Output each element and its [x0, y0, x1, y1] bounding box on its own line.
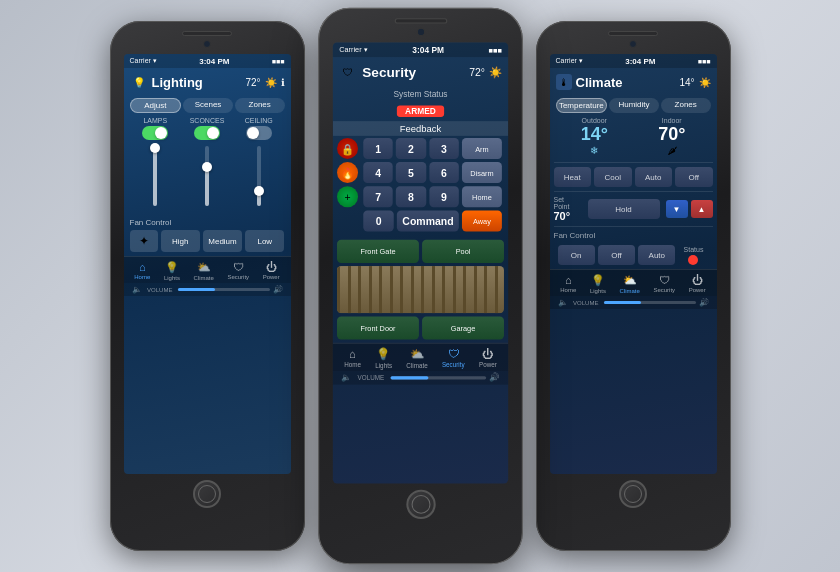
camera-feed[interactable]	[337, 266, 504, 313]
nav-climate-sec[interactable]: ⛅ Climate	[406, 348, 427, 369]
nav-security-clim[interactable]: 🛡 Security	[653, 274, 675, 294]
tab-adjust[interactable]: Adjust	[130, 98, 182, 113]
vol-track[interactable]	[178, 288, 270, 291]
lamps-slider[interactable]	[153, 146, 157, 206]
sconces-toggle[interactable]	[194, 126, 220, 140]
key-4[interactable]: 4	[363, 162, 393, 183]
fan-auto-btn[interactable]: Auto	[638, 245, 675, 265]
phone-lighting: Carrier ▾ 3:04 PM ■■■ 💡 Lighting 72° ☀️ …	[110, 21, 305, 551]
nav-power-sec[interactable]: ⏻ Power	[478, 348, 496, 369]
arm-button[interactable]: Arm	[461, 138, 501, 159]
ceiling-knob	[247, 127, 259, 139]
indoor-label: Indoor	[662, 117, 682, 124]
carrier: Carrier ▾	[339, 46, 368, 54]
nav-lights-clim[interactable]: 💡 Lights	[590, 274, 606, 294]
vol-down-icon[interactable]: 🔈	[132, 285, 142, 294]
tab-humidity[interactable]: Humidity	[609, 98, 659, 113]
lamps-toggle[interactable]	[142, 126, 168, 140]
fan-control-section: Fan Control ✦ High Medium Low	[124, 214, 291, 256]
vol-down-icon[interactable]: 🔈	[341, 373, 352, 382]
key-2[interactable]: 2	[396, 138, 426, 159]
sconces-slider[interactable]	[205, 146, 209, 206]
climate-label: Climate	[193, 275, 213, 281]
light-sconces: SCONCES	[181, 117, 233, 210]
status-bar-climate: Carrier ▾ 3:04 PM ■■■	[550, 54, 717, 68]
disarm-button[interactable]: Disarm	[461, 162, 501, 183]
nav-security-sec[interactable]: 🛡 Security	[441, 348, 464, 369]
climate-icon: ⛅	[197, 261, 211, 274]
vol-label: VOLUME	[354, 375, 386, 381]
home-button-security[interactable]	[405, 490, 434, 519]
off-btn[interactable]: Off	[675, 167, 713, 187]
nav-power[interactable]: ⏻ Power	[263, 261, 280, 281]
key-6[interactable]: 6	[429, 162, 459, 183]
feedback-label: Feedback	[332, 121, 507, 136]
weather-icon: ☀️	[699, 77, 711, 88]
security-app-icon: 🛡	[339, 62, 358, 81]
home-button-lighting[interactable]	[193, 480, 221, 508]
garage-btn[interactable]: Garage	[422, 316, 504, 339]
fan-medium-btn[interactable]: Medium	[203, 230, 242, 252]
status-bar: Carrier ▾ 3:04 PM ■■■	[124, 54, 291, 68]
key-8[interactable]: 8	[396, 186, 426, 207]
heat-btn[interactable]: Heat	[554, 167, 592, 187]
nav-lights[interactable]: 💡 Lights	[164, 261, 180, 281]
fan-off-btn[interactable]: Off	[598, 245, 635, 265]
pool-btn[interactable]: Front Door	[337, 316, 419, 339]
temp-up-btn[interactable]: ▲	[691, 200, 713, 218]
key-7[interactable]: 7	[363, 186, 393, 207]
key-command[interactable]: Command	[397, 210, 459, 231]
vol-up-icon[interactable]: 🔊	[489, 373, 500, 382]
home-button-climate[interactable]	[619, 480, 647, 508]
home-action-button[interactable]: Home	[461, 186, 501, 207]
tab-temperature[interactable]: Temperature	[556, 98, 608, 113]
vol-fill	[604, 301, 641, 304]
front-gate-btn[interactable]: Front Gate	[337, 240, 419, 263]
weather-icon: ☀️	[489, 66, 502, 78]
lights-grid: LAMPS SCONCES	[124, 113, 291, 212]
nav-climate-clim[interactable]: ⛅ Climate	[619, 274, 639, 294]
cool-btn[interactable]: Cool	[594, 167, 632, 187]
nav-climate[interactable]: ⛅ Climate	[193, 261, 213, 281]
nav-power-clim[interactable]: ⏻ Power	[689, 274, 706, 294]
away-button[interactable]: Away	[461, 210, 501, 231]
tab-zones[interactable]: Zones	[661, 98, 711, 113]
key-0[interactable]: 0	[363, 210, 394, 231]
vol-up-icon[interactable]: 🔊	[699, 298, 709, 307]
key-5[interactable]: 5	[396, 162, 426, 183]
fan-high-btn[interactable]: High	[161, 230, 200, 252]
key-1[interactable]: 1	[363, 138, 393, 159]
speaker-top	[182, 31, 232, 36]
front-door-btn[interactable]: Pool	[422, 240, 504, 263]
power-icon: ⏻	[692, 274, 703, 286]
auto-btn[interactable]: Auto	[635, 167, 673, 187]
sconces-thumb	[202, 162, 212, 172]
hold-btn[interactable]: Hold	[588, 199, 660, 219]
light-lamps: LAMPS	[130, 117, 182, 210]
side-btn-green[interactable]: +	[337, 186, 358, 207]
nav-lights-sec[interactable]: 💡 Lights	[375, 348, 392, 369]
fan-low-btn[interactable]: Low	[245, 230, 284, 252]
temp-down-btn[interactable]: ▼	[666, 200, 688, 218]
indoor-icon: 🌶	[667, 145, 677, 156]
fan-on-btn[interactable]: On	[558, 245, 595, 265]
ceiling-toggle[interactable]	[246, 126, 272, 140]
key-9[interactable]: 9	[429, 186, 459, 207]
tab-zones[interactable]: Zones	[235, 98, 285, 113]
nav-home-sec[interactable]: ⌂ Home	[344, 348, 361, 369]
vol-up-icon[interactable]: 🔊	[273, 285, 283, 294]
vol-down-icon[interactable]: 🔈	[558, 298, 568, 307]
key-3[interactable]: 3	[429, 138, 459, 159]
nav-home[interactable]: ⌂ Home	[134, 261, 150, 281]
side-btn-orange[interactable]: 🔥	[337, 162, 358, 183]
nav-home-clim[interactable]: ⌂ Home	[560, 274, 576, 294]
side-btn-red[interactable]: 🔒	[337, 138, 358, 159]
vol-track[interactable]	[604, 301, 696, 304]
lights-icon: 💡	[591, 274, 605, 287]
nav-security[interactable]: 🛡 Security	[227, 261, 249, 281]
ceiling-slider[interactable]	[257, 146, 261, 206]
camera	[416, 28, 424, 36]
tab-scenes[interactable]: Scenes	[183, 98, 233, 113]
system-status: System Status ARMED	[332, 87, 507, 122]
vol-track[interactable]	[390, 376, 486, 379]
